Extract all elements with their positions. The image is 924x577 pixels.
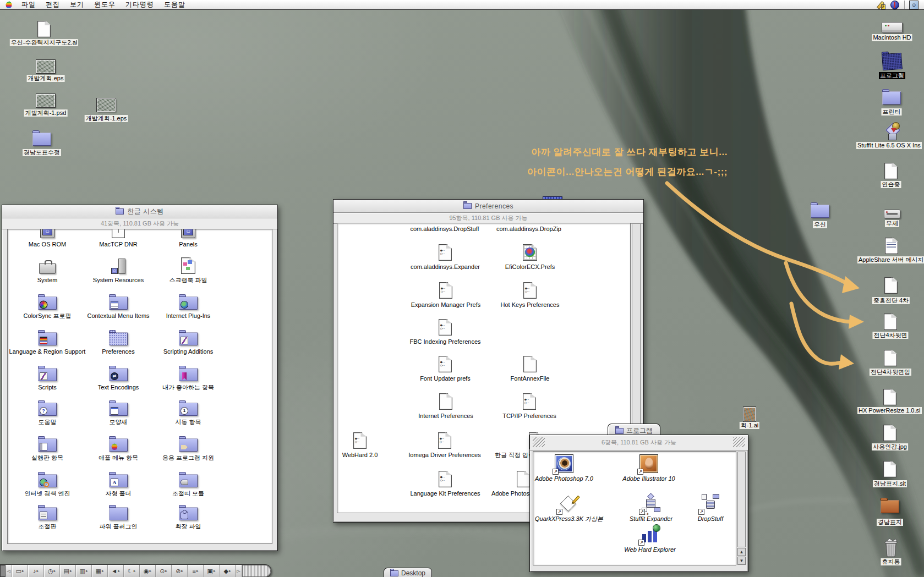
webhard-2-0-label[interactable]: WebHard 2.0 bbox=[342, 452, 378, 459]
내가-좋아하는-항목-label[interactable]: 내가 좋아하는 항목 bbox=[162, 384, 214, 391]
control-strip-module-timer[interactable]: ◷▸ bbox=[44, 565, 60, 577]
korean-input-pencil-icon[interactable]: 2 bbox=[876, 1, 885, 9]
font-updater-prefs-icon[interactable]: ●-- ○-- bbox=[439, 356, 452, 372]
연습중-label[interactable]: 연습중 bbox=[881, 181, 901, 188]
stuffit-expander-label[interactable]: Stuffit Expander bbox=[630, 515, 673, 523]
colorsync-프로필-icon[interactable] bbox=[38, 296, 57, 310]
한글-직접-입력-label[interactable]: 한글 직접 입력 bbox=[495, 452, 534, 459]
프로그램-label[interactable]: 프로그램 bbox=[879, 72, 905, 79]
전단4차뒷면-label[interactable]: 전단4차뒷면 bbox=[872, 332, 908, 339]
fbc-indexing-preferences-label[interactable]: FBC Indexing Preferences bbox=[409, 338, 480, 345]
control-strip-module-monitor-settings[interactable]: ▭▸ bbox=[12, 565, 28, 577]
hot-keys-preferences-label[interactable]: Hot Keys Preferences bbox=[501, 301, 560, 309]
adobe-photos-label[interactable]: Adobe Photos bbox=[491, 490, 529, 497]
mac-os-rom-label[interactable]: Mac OS ROM bbox=[29, 241, 66, 248]
control-strip-module-sound-source[interactable]: ♪▸ bbox=[28, 565, 44, 577]
stuffit-lite-6-5-os-x-ins-label[interactable]: StuffIt Lite 6.5 OS X Ins bbox=[856, 142, 922, 149]
stuffit-lite-6-5-os-x-ins-icon[interactable] bbox=[883, 123, 902, 140]
경남도표수정-label[interactable]: 경남도표수정 bbox=[23, 149, 61, 156]
실행판-항목-label[interactable]: 실행판 항목 bbox=[31, 454, 63, 461]
web-hard-explorer-icon[interactable]: ↗ bbox=[641, 526, 659, 543]
scroll-down-arrow[interactable]: ▼ bbox=[737, 557, 746, 565]
경남도표수정-icon[interactable] bbox=[32, 133, 51, 146]
web-hard-explorer-label[interactable]: Web Hard Explorer bbox=[624, 546, 675, 553]
internet-plug-ins-label[interactable]: Internet Plug-Ins bbox=[166, 312, 211, 320]
stuffit-expander-icon[interactable]: ↔↗ bbox=[642, 494, 660, 513]
control-strip[interactable]: ◅ ▭▸♪▸◷▸▤▸▥▸▦▸◄▸☾▸◉▸⊙▸⊘▸≡▸▣▸◆▸ ▻ bbox=[0, 564, 271, 577]
자형-폴더-label[interactable]: 자형 폴더 bbox=[105, 490, 131, 497]
전단4차뒷면임-icon[interactable] bbox=[884, 350, 897, 366]
hx-powerresize-1-0-si-icon[interactable] bbox=[883, 389, 896, 405]
control-strip-right-chevron[interactable]: ▻ bbox=[236, 565, 242, 577]
language-kit-preferences-label[interactable]: Language Kit Preferences bbox=[410, 490, 480, 497]
control-strip-module-clipboard[interactable]: ▤▸ bbox=[60, 565, 76, 577]
quarkxpress3-3k-가상본-icon[interactable]: ↗ bbox=[559, 496, 579, 513]
자형-폴더-icon[interactable]: A bbox=[109, 474, 128, 487]
macintosh-hd-icon[interactable] bbox=[882, 22, 903, 33]
모양새-label[interactable]: 모양새 bbox=[110, 419, 128, 426]
com-aladdinsys-dropzip-label[interactable]: com.aladdinsys.DropZip bbox=[496, 226, 561, 233]
경남표지-label[interactable]: 경남표지 bbox=[877, 519, 903, 526]
파워-플러그인-label[interactable]: 파워 플러그인 bbox=[99, 523, 137, 530]
도움말-icon[interactable]: ? bbox=[38, 403, 57, 416]
조절띠-모듈-label[interactable]: 조절띠 모듈 bbox=[172, 490, 204, 497]
휴지통-icon[interactable] bbox=[882, 537, 900, 557]
hx-powerresize-1-0-si-label[interactable]: HX PowerResize 1.0.si bbox=[857, 407, 922, 414]
control-strip-module-media-eject[interactable]: ◆▸ bbox=[220, 565, 236, 577]
window-hangul-system[interactable]: 한글 시스템 41항목, 110.81 GB 사용 가능 ☺Mac OS ROM… bbox=[2, 205, 278, 551]
control-strip-module-color-depth[interactable]: ▥▸ bbox=[76, 565, 92, 577]
window-program[interactable]: 6항목, 110.81 GB 사용 가능 ↗Adobe Photoshop 7.… bbox=[529, 435, 748, 572]
사용인감-jpg-icon[interactable] bbox=[883, 425, 896, 441]
window-title-bar[interactable]: Preferences bbox=[333, 200, 643, 213]
mactcp-dnr-icon[interactable] bbox=[112, 229, 125, 238]
획-1-ai-label[interactable]: 획-1.ai bbox=[740, 422, 759, 429]
text-encodings-icon[interactable]: ⇄ bbox=[109, 368, 128, 381]
mac-os-rom-icon[interactable]: ☺ bbox=[40, 229, 54, 238]
scripts-icon[interactable] bbox=[38, 368, 57, 381]
contextual-menu-items-icon[interactable] bbox=[109, 296, 128, 310]
adobe-illustrator-10-label[interactable]: Adobe Illustrator 10 bbox=[622, 475, 675, 482]
개발계획-1-eps-label[interactable]: 개발계획-1.eps bbox=[85, 115, 128, 122]
시동-항목-icon[interactable]: 1 bbox=[179, 403, 198, 416]
system-resources-icon[interactable]: ☺ bbox=[111, 259, 125, 274]
desktop-button[interactable]: Desktop bbox=[384, 568, 432, 577]
파워-플러그인-icon[interactable] bbox=[109, 507, 128, 520]
스크랩북-파일-label[interactable]: 스크랩북 파일 bbox=[169, 277, 207, 284]
개발계획-eps-label[interactable]: 개발계획.eps bbox=[27, 75, 65, 82]
애플-메뉴-항목-icon[interactable] bbox=[109, 438, 128, 452]
시동-항목-label[interactable]: 시동 항목 bbox=[175, 419, 201, 426]
tcp-ip-preferences-label[interactable]: TCP/IP Preferences bbox=[502, 413, 556, 420]
확장-파일-label[interactable]: 확장 파일 bbox=[175, 523, 201, 530]
system-label[interactable]: System bbox=[37, 277, 58, 284]
프로그램-icon[interactable] bbox=[882, 53, 903, 70]
프린터-label[interactable]: 프린터 bbox=[882, 108, 902, 116]
전단4차뒷면임-label[interactable]: 전단4차뒷면임 bbox=[870, 369, 911, 376]
eficolorecx-prefs-icon[interactable] bbox=[523, 244, 537, 261]
adobe-photoshop-7-0-label[interactable]: Adobe Photoshop 7.0 bbox=[535, 475, 593, 482]
dropstuff-icon[interactable]: ↗ bbox=[701, 494, 720, 513]
dropstuff-label[interactable]: DropStuff bbox=[698, 515, 723, 523]
window-grip-left[interactable] bbox=[533, 437, 545, 447]
조절판-icon[interactable] bbox=[38, 507, 57, 520]
스크랩북-파일-icon[interactable] bbox=[181, 257, 195, 274]
com-aladdinsys-expander-icon[interactable]: ●-- ○-- bbox=[439, 244, 452, 261]
quarkxpress3-3k-가상본-label[interactable]: QuarkXPress3.3K 가상본 bbox=[535, 515, 603, 523]
com-aladdinsys-dropstuff-label[interactable]: com.aladdinsys.DropStuff bbox=[410, 226, 479, 233]
text-encodings-label[interactable]: Text Encodings bbox=[98, 384, 139, 391]
com-aladdinsys-expander-label[interactable]: com.aladdinsys.Expander bbox=[411, 263, 480, 271]
모양새-icon[interactable] bbox=[109, 403, 128, 416]
eficolorecx-prefs-label[interactable]: EfiColorECX.Prefs bbox=[505, 263, 555, 271]
사용인감-jpg-label[interactable]: 사용인감.jpg bbox=[872, 443, 908, 450]
휴지통-label[interactable]: 휴지통 bbox=[881, 558, 901, 565]
scripting-additions-icon[interactable] bbox=[179, 332, 198, 345]
애플-메뉴-항목-label[interactable]: 애플 메뉴 항목 bbox=[99, 454, 138, 461]
중흥전단-4차-label[interactable]: 중흥전단 4차 bbox=[872, 297, 910, 304]
우신-label[interactable]: 우신 bbox=[813, 221, 827, 228]
실행판-항목-icon[interactable] bbox=[38, 438, 57, 452]
menu-item-2[interactable]: 편집 bbox=[41, 1, 65, 8]
획-1-ai-icon[interactable] bbox=[743, 407, 756, 421]
preferences-label[interactable]: Preferences bbox=[102, 348, 134, 355]
system-icon[interactable] bbox=[39, 263, 56, 274]
adobe-illustrator-10-icon[interactable]: ↗ bbox=[640, 455, 658, 472]
중흥전단-4차-icon[interactable] bbox=[884, 277, 898, 294]
